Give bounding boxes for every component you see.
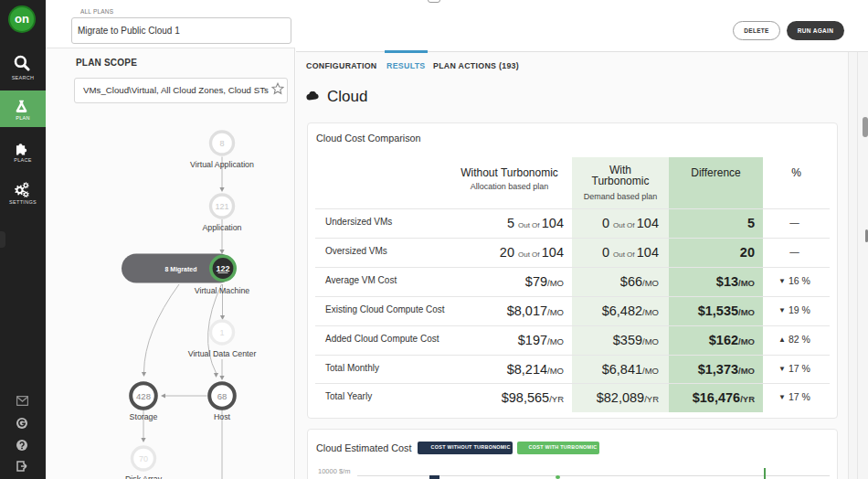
svg-text:Disk Array: Disk Array [125,474,163,479]
svg-text:Application: Application [202,223,241,232]
svg-text:8 Migrated: 8 Migrated [164,266,196,273]
svg-text:70: 70 [139,454,148,463]
svg-text:Storage: Storage [130,412,158,421]
svg-text:8: 8 [219,139,224,148]
svg-text:Virtual Machine: Virtual Machine [195,286,250,295]
svg-text:122: 122 [216,264,229,273]
svg-text:Host: Host [214,412,231,421]
svg-text:121: 121 [215,202,228,211]
svg-text:68: 68 [217,391,228,401]
svg-text:Virtual Application: Virtual Application [190,160,254,169]
svg-text:Virtual Data Center: Virtual Data Center [188,349,257,358]
svg-text:428: 428 [136,391,151,401]
svg-text:1: 1 [219,328,224,337]
